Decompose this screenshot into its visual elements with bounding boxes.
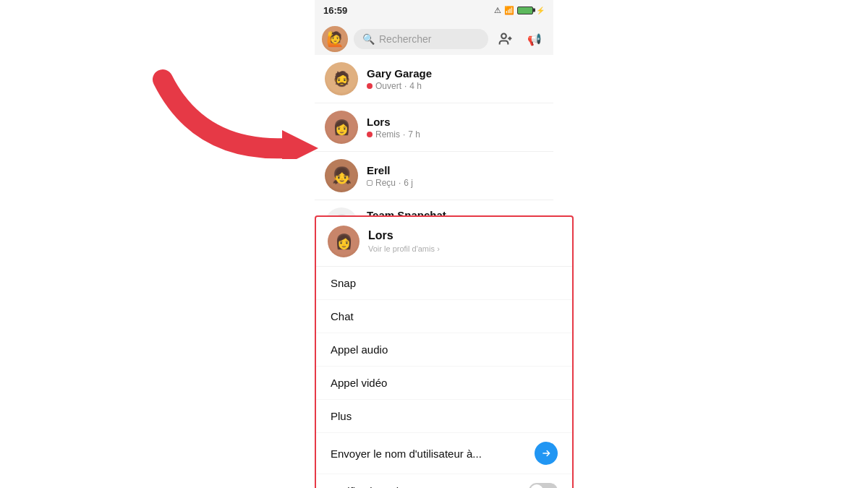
filter-button[interactable]: 📢 bbox=[523, 27, 546, 51]
more-action[interactable]: Plus bbox=[316, 400, 572, 433]
lors-sub: Remis · 7 h bbox=[367, 129, 543, 140]
add-friend-button[interactable] bbox=[494, 27, 517, 51]
lors-time: 7 h bbox=[408, 129, 420, 140]
video-call-action[interactable]: Appel vidéo bbox=[316, 367, 572, 400]
erell-time: 6 j bbox=[404, 178, 413, 188]
lors-info: Lors Remis · 7 h bbox=[367, 116, 543, 140]
audio-call-action[interactable]: Appel audio bbox=[316, 333, 572, 367]
send-username-action[interactable]: Envoyer le nom d'utilisateur à... bbox=[316, 433, 572, 474]
menu-user-info: Lors Voir le profil d'amis › bbox=[368, 229, 440, 254]
chat-item-gary[interactable]: 🧔 Gary Garage Ouvert · 4 h bbox=[315, 55, 553, 103]
menu-user-name: Lors bbox=[368, 229, 440, 242]
status-icons: ⚠ 📶 ⚡ bbox=[494, 6, 545, 15]
chat-action[interactable]: Chat bbox=[316, 300, 572, 333]
context-menu: 👩 Lors Voir le profil d'amis › Snap Chat… bbox=[315, 215, 574, 488]
gary-time-val: 4 h bbox=[409, 81, 422, 91]
signal-icon: 📶 bbox=[504, 6, 514, 15]
battery-icon bbox=[517, 7, 533, 14]
erell-sep: · bbox=[399, 178, 401, 188]
erell-avatar: 👧 bbox=[325, 159, 358, 192]
gary-status: Ouvert bbox=[375, 81, 401, 91]
erell-status: Reçu bbox=[375, 178, 396, 188]
erell-info: Erell Reçu · 6 j bbox=[367, 164, 543, 188]
chat-item-erell[interactable]: 👧 Erell Reçu · 6 j bbox=[315, 152, 553, 200]
chat-item-lors[interactable]: 👩 Lors Remis · 7 h bbox=[315, 103, 553, 152]
search-area: 🙋 🔍 Rechercher 📢 bbox=[315, 20, 553, 58]
menu-user-avatar: 👩 bbox=[328, 226, 359, 257]
gary-status-dot bbox=[367, 83, 373, 89]
lors-avatar: 👩 bbox=[325, 111, 358, 144]
svg-marker-4 bbox=[282, 130, 318, 159]
status-time: 16:59 bbox=[323, 5, 347, 16]
lors-status: Remis bbox=[375, 129, 400, 140]
gary-name: Gary Garage bbox=[367, 67, 543, 80]
menu-header[interactable]: 👩 Lors Voir le profil d'amis › bbox=[316, 217, 572, 267]
charging-icon: ⚡ bbox=[536, 7, 545, 14]
gary-time: · bbox=[404, 81, 407, 91]
gary-info: Gary Garage Ouvert · 4 h bbox=[367, 67, 543, 91]
story-notifications-toggle[interactable] bbox=[529, 483, 558, 488]
gary-avatar: 🧔 bbox=[325, 62, 358, 95]
status-bar: 16:59 ⚠ 📶 ⚡ bbox=[315, 0, 553, 20]
alert-icon: ⚠ bbox=[494, 6, 501, 15]
search-box[interactable]: 🔍 Rechercher bbox=[354, 29, 488, 49]
story-notifications-label: Notifications de Story bbox=[331, 485, 433, 489]
send-username-button[interactable] bbox=[535, 442, 558, 465]
erell-status-dot bbox=[367, 180, 373, 186]
erell-name: Erell bbox=[367, 164, 543, 176]
search-icon: 🔍 bbox=[362, 33, 375, 45]
svg-point-0 bbox=[501, 34, 506, 39]
lors-name: Lors bbox=[367, 116, 543, 128]
gary-sub: Ouvert · 4 h bbox=[367, 81, 543, 91]
lors-status-dot bbox=[367, 132, 373, 137]
user-avatar[interactable]: 🙋 bbox=[322, 26, 348, 52]
lors-sep: · bbox=[403, 129, 405, 140]
send-username-label: Envoyer le nom d'utilisateur à... bbox=[331, 448, 482, 460]
search-placeholder: Rechercher bbox=[379, 33, 431, 45]
snap-action[interactable]: Snap bbox=[316, 267, 572, 300]
menu-profile-link[interactable]: Voir le profil d'amis › bbox=[368, 244, 440, 254]
red-arrow bbox=[141, 65, 326, 159]
erell-sub: Reçu · 6 j bbox=[367, 178, 543, 188]
story-notifications-action[interactable]: Notifications de Story bbox=[316, 474, 572, 488]
